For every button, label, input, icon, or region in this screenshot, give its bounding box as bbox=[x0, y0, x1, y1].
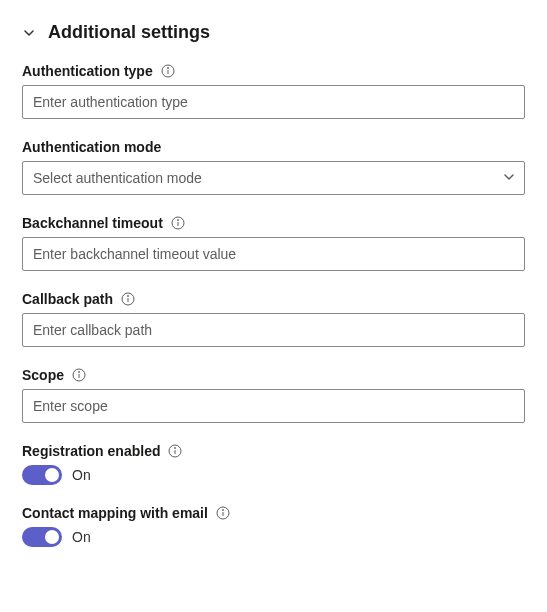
svg-point-2 bbox=[167, 68, 168, 69]
field-registration-enabled: Registration enabled On bbox=[22, 443, 525, 485]
field-label-row: Authentication mode bbox=[22, 139, 525, 155]
section-header: Additional settings bbox=[22, 22, 525, 43]
svg-point-5 bbox=[177, 220, 178, 221]
info-icon[interactable] bbox=[72, 368, 86, 382]
field-label-row: Contact mapping with email bbox=[22, 505, 525, 521]
auth-mode-placeholder: Select authentication mode bbox=[33, 170, 202, 186]
field-label-row: Registration enabled bbox=[22, 443, 525, 459]
backchannel-timeout-label: Backchannel timeout bbox=[22, 215, 163, 231]
svg-point-14 bbox=[175, 448, 176, 449]
field-scope: Scope bbox=[22, 367, 525, 423]
scope-label: Scope bbox=[22, 367, 64, 383]
auth-type-input[interactable] bbox=[22, 85, 525, 119]
field-contact-mapping: Contact mapping with email On bbox=[22, 505, 525, 547]
info-icon[interactable] bbox=[121, 292, 135, 306]
contact-mapping-state: On bbox=[72, 529, 91, 545]
field-label-row: Authentication type bbox=[22, 63, 525, 79]
auth-mode-label: Authentication mode bbox=[22, 139, 161, 155]
field-authentication-type: Authentication type bbox=[22, 63, 525, 119]
auth-type-label: Authentication type bbox=[22, 63, 153, 79]
field-callback-path: Callback path bbox=[22, 291, 525, 347]
section-title: Additional settings bbox=[48, 22, 210, 43]
field-label-row: Scope bbox=[22, 367, 525, 383]
registration-enabled-label: Registration enabled bbox=[22, 443, 160, 459]
svg-point-17 bbox=[222, 510, 223, 511]
field-label-row: Callback path bbox=[22, 291, 525, 307]
scope-input[interactable] bbox=[22, 389, 525, 423]
callback-path-input[interactable] bbox=[22, 313, 525, 347]
svg-point-8 bbox=[128, 296, 129, 297]
info-icon[interactable] bbox=[216, 506, 230, 520]
contact-mapping-toggle[interactable] bbox=[22, 527, 62, 547]
toggle-row: On bbox=[22, 465, 525, 485]
callback-path-label: Callback path bbox=[22, 291, 113, 307]
field-authentication-mode: Authentication mode Select authenticatio… bbox=[22, 139, 525, 195]
info-icon[interactable] bbox=[161, 64, 175, 78]
field-backchannel-timeout: Backchannel timeout bbox=[22, 215, 525, 271]
info-icon[interactable] bbox=[168, 444, 182, 458]
auth-mode-select[interactable]: Select authentication mode bbox=[22, 161, 525, 195]
backchannel-timeout-input[interactable] bbox=[22, 237, 525, 271]
info-icon[interactable] bbox=[171, 216, 185, 230]
svg-point-11 bbox=[79, 372, 80, 373]
field-label-row: Backchannel timeout bbox=[22, 215, 525, 231]
auth-mode-select-wrapper: Select authentication mode bbox=[22, 161, 525, 195]
contact-mapping-label: Contact mapping with email bbox=[22, 505, 208, 521]
registration-enabled-toggle[interactable] bbox=[22, 465, 62, 485]
toggle-row: On bbox=[22, 527, 525, 547]
registration-enabled-state: On bbox=[72, 467, 91, 483]
chevron-down-icon[interactable] bbox=[22, 26, 36, 40]
